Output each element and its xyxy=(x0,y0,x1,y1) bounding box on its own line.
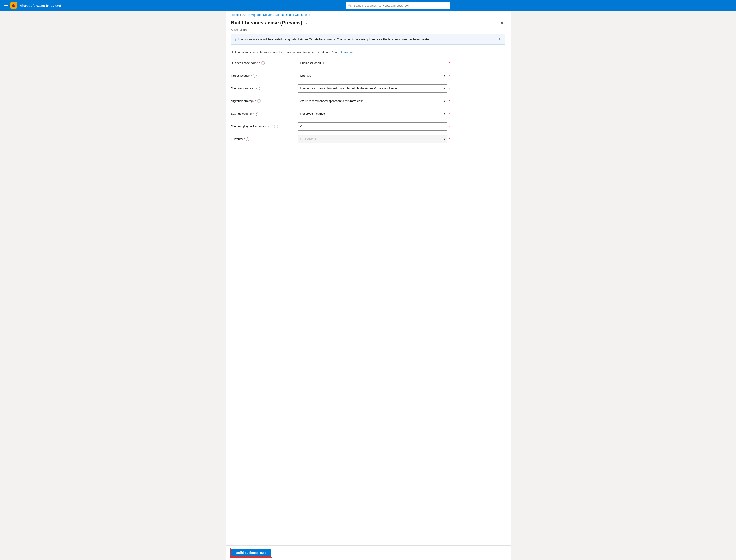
info-circle-strategy[interactable]: i xyxy=(257,99,261,103)
required-star-name: * xyxy=(259,61,260,65)
learn-more-link[interactable]: Learn more xyxy=(341,50,356,54)
field-savings-options: Savings options * i Reserved Instance Az… xyxy=(231,110,505,118)
breadcrumb: Home › Azure Migrate | Servers, database… xyxy=(226,11,511,18)
select-wrapper-discovery: Use more accurate data insights collecte… xyxy=(298,84,447,93)
business-case-name-input[interactable] xyxy=(298,59,447,67)
info-circle-discount[interactable]: i xyxy=(274,125,278,128)
info-circle-discovery[interactable]: i xyxy=(256,87,260,90)
breadcrumb-parent[interactable]: Azure Migrate | Servers, databases and w… xyxy=(242,13,307,17)
label-target-location: Target location * i xyxy=(231,74,294,78)
breadcrumb-sep-1: › xyxy=(240,13,241,17)
required-marker-currency: * xyxy=(449,137,450,141)
required-marker-strategy: * xyxy=(449,99,450,103)
field-currency: Currency * i US Dollar ($) Euro (€) Brit… xyxy=(231,135,505,143)
build-business-case-button[interactable]: Build business case xyxy=(231,549,272,557)
select-wrapper-strategy: Azure recommended approach to minimize c… xyxy=(298,97,447,105)
main-panel: Home › Azure Migrate | Servers, database… xyxy=(226,11,511,560)
input-wrapper-discount: * xyxy=(298,122,447,131)
required-marker-location: * xyxy=(449,74,450,78)
top-navigation: 🐞 Microsoft Azure (Preview) 🔍 xyxy=(0,0,736,11)
required-star-discount: * xyxy=(272,125,273,128)
required-star-strategy: * xyxy=(255,99,256,103)
label-savings-options: Savings options * i xyxy=(231,112,294,116)
input-wrapper-name: * xyxy=(298,59,447,67)
panel-title: Build business case (Preview) xyxy=(231,20,302,26)
info-circle-currency[interactable]: i xyxy=(246,137,249,141)
bug-icon: 🐞 xyxy=(10,2,17,9)
global-search[interactable]: 🔍 xyxy=(346,2,450,9)
discount-input[interactable] xyxy=(298,122,447,131)
more-options-button[interactable]: ··· xyxy=(305,21,309,26)
label-discovery-source: Discovery source * i xyxy=(231,87,294,90)
field-discount: Discount (%) on Pay as you go * i * xyxy=(231,122,505,131)
field-migration-strategy: Migration strategy * i Azure recommended… xyxy=(231,97,505,105)
info-icon: ℹ xyxy=(234,37,236,42)
label-discount: Discount (%) on Pay as you go * i xyxy=(231,125,294,128)
field-discovery-source: Discovery source * i Use more accurate d… xyxy=(231,84,505,93)
required-marker-name: * xyxy=(449,61,450,65)
info-banner: ℹ The business case will be created usin… xyxy=(231,34,505,45)
field-target-location: Target location * i East US West US West… xyxy=(231,72,505,80)
panel-footer: Build business case xyxy=(226,545,511,560)
required-star-discovery: * xyxy=(254,87,255,90)
form-section: Business case name * i * Target location… xyxy=(226,59,511,143)
breadcrumb-home[interactable]: Home xyxy=(231,13,239,17)
app-title: Microsoft Azure (Preview) xyxy=(19,4,61,7)
target-location-select[interactable]: East US West US West US 2 Central US Nor… xyxy=(298,72,447,80)
label-migration-strategy: Migration strategy * i xyxy=(231,99,294,103)
info-circle-name[interactable]: i xyxy=(261,61,265,65)
info-banner-close[interactable]: × xyxy=(498,37,502,41)
required-marker-discount: * xyxy=(449,125,450,128)
required-marker-savings: * xyxy=(449,112,450,116)
search-input[interactable] xyxy=(354,4,448,7)
search-icon: 🔍 xyxy=(348,4,352,7)
select-wrapper-savings: Reserved Instance Azure Savings Plan Non… xyxy=(298,110,447,118)
close-button[interactable]: × xyxy=(499,20,505,27)
select-wrapper-currency: US Dollar ($) Euro (€) British Pound (£)… xyxy=(298,135,447,143)
field-business-case-name: Business case name * i * xyxy=(231,59,505,67)
currency-select[interactable]: US Dollar ($) Euro (€) British Pound (£) xyxy=(298,135,447,143)
hamburger-menu[interactable] xyxy=(4,4,8,7)
info-circle-savings[interactable]: i xyxy=(255,112,258,116)
select-wrapper-location: East US West US West US 2 Central US Nor… xyxy=(298,72,447,80)
migration-strategy-select[interactable]: Azure recommended approach to minimize c… xyxy=(298,97,447,105)
required-star-location: * xyxy=(251,74,252,77)
panel-subtitle: Azure Migrate xyxy=(226,28,511,34)
panel-title-area: Build business case (Preview) ··· xyxy=(231,20,309,26)
savings-options-select[interactable]: Reserved Instance Azure Savings Plan Non… xyxy=(298,110,447,118)
breadcrumb-sep-2: › xyxy=(309,13,310,17)
required-star-savings: * xyxy=(252,112,254,115)
intro-text: Build a business case to understand the … xyxy=(226,49,511,59)
info-banner-text: The business case will be created using … xyxy=(238,37,496,42)
discovery-source-select[interactable]: Use more accurate data insights collecte… xyxy=(298,84,447,93)
label-currency: Currency * i xyxy=(231,137,294,141)
label-business-case-name: Business case name * i xyxy=(231,61,294,65)
required-marker-discovery: * xyxy=(449,87,450,90)
panel-header: Build business case (Preview) ··· × xyxy=(226,18,511,28)
required-star-currency: * xyxy=(244,137,245,141)
info-circle-location[interactable]: i xyxy=(253,74,257,78)
